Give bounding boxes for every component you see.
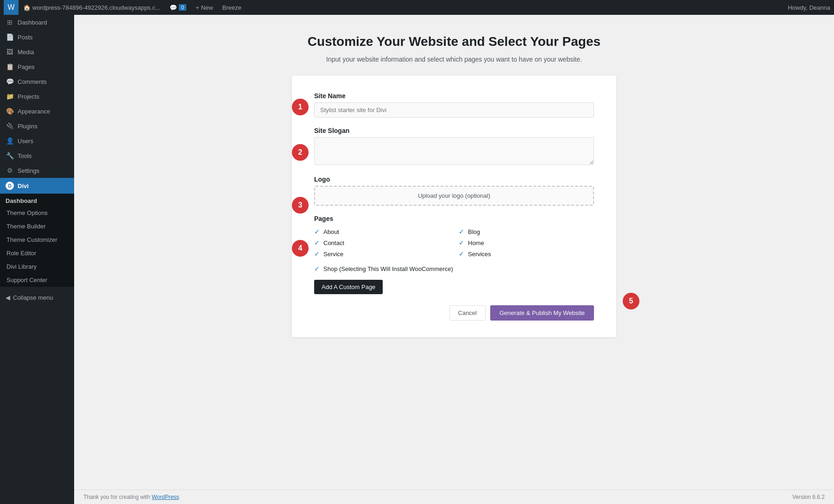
page-subtitle: Input your website information and selec… bbox=[308, 55, 600, 64]
site-name-label: Site Name bbox=[314, 92, 594, 100]
sidebar-item-label: Posts bbox=[18, 34, 33, 41]
check-icon-contact: ✓ bbox=[314, 239, 320, 246]
pages-label: Pages bbox=[314, 215, 594, 222]
collapse-label: Collapse menu bbox=[13, 294, 53, 301]
footer-bar: Thank you for creating with WordPress Ve… bbox=[74, 490, 834, 504]
sidebar-item-label: Plugins bbox=[18, 123, 38, 130]
logo-group: Logo Upload your logo (optional) bbox=[314, 176, 594, 206]
divi-menu-header[interactable]: D Divi bbox=[0, 178, 74, 194]
sidebar-item-label: Users bbox=[18, 138, 33, 145]
page-label-contact: Contact bbox=[323, 239, 344, 246]
users-icon: 👤 bbox=[6, 137, 14, 145]
site-slogan-label: Site Slogan bbox=[314, 127, 594, 134]
sidebar-item-appearance[interactable]: 🎨 Appearance bbox=[0, 104, 74, 119]
check-icon-shop: ✓ bbox=[314, 265, 320, 272]
generate-publish-button[interactable]: Generate & Publish My Website bbox=[490, 305, 594, 321]
divi-submenu: Dashboard Theme Options Theme Builder Th… bbox=[0, 194, 74, 287]
sidebar-item-comments[interactable]: 💬 Comments bbox=[0, 74, 74, 89]
action-buttons: Cancel Generate & Publish My Website bbox=[314, 305, 594, 321]
sidebar-item-media[interactable]: 🖼 Media bbox=[0, 44, 74, 59]
pages-icon: 📋 bbox=[6, 63, 14, 70]
page-label-services: Services bbox=[468, 251, 491, 258]
plugin-label: Breeze bbox=[222, 4, 241, 11]
sidebar: ⊞ Dashboard 📄 Posts 🖼 Media 📋 Pages 💬 Co… bbox=[0, 15, 74, 504]
page-label-about: About bbox=[323, 228, 339, 235]
divi-theme-builder[interactable]: Theme Builder bbox=[0, 220, 74, 233]
sidebar-item-label: Settings bbox=[18, 167, 39, 174]
divi-role-editor[interactable]: Role Editor bbox=[0, 246, 74, 260]
posts-icon: 📄 bbox=[6, 33, 14, 41]
page-label-service: Service bbox=[323, 251, 343, 258]
plugin-link[interactable]: Breeze bbox=[218, 0, 246, 15]
sidebar-item-pages[interactable]: 📋 Pages bbox=[0, 59, 74, 74]
main-content: Customize Your Website and Select Your P… bbox=[74, 15, 834, 504]
sidebar-item-label: Comments bbox=[18, 78, 47, 85]
wordpress-link[interactable]: WordPress bbox=[152, 494, 179, 500]
divi-support-center[interactable]: Support Center bbox=[0, 273, 74, 287]
site-link[interactable]: 🏠 wordpress-784896-4922926.cloudwaysapps… bbox=[19, 0, 165, 15]
pages-group: Pages ✓ About ✓ Blog ✓ Contact bbox=[314, 215, 594, 294]
step-4-indicator: 4 bbox=[292, 240, 309, 257]
wp-logo[interactable]: W bbox=[4, 0, 19, 15]
page-item-shop: ✓ Shop (Selecting This Will Install WooC… bbox=[314, 265, 594, 272]
collapse-icon: ◀ bbox=[6, 294, 10, 301]
page-item-contact: ✓ Contact bbox=[314, 239, 449, 246]
home-icon: 🏠 bbox=[23, 4, 31, 11]
tools-icon: 🔧 bbox=[6, 152, 14, 159]
projects-icon: 📁 bbox=[6, 93, 14, 100]
check-icon-about: ✓ bbox=[314, 228, 320, 235]
step-1-indicator: 1 bbox=[292, 99, 309, 115]
divi-icon: D bbox=[6, 182, 14, 190]
dashboard-icon: ⊞ bbox=[6, 19, 14, 26]
user-greeting: Howdy, Deanna bbox=[788, 4, 830, 11]
divi-library[interactable]: Divi Library bbox=[0, 260, 74, 273]
comments-icon: 💬 bbox=[6, 78, 14, 85]
divi-theme-options[interactable]: Theme Options bbox=[0, 206, 74, 220]
page-label-blog: Blog bbox=[468, 228, 480, 235]
add-custom-page-button[interactable]: Add A Custom Page bbox=[314, 280, 383, 294]
sidebar-item-label: Appearance bbox=[18, 108, 50, 115]
sidebar-item-plugins[interactable]: 🔌 Plugins bbox=[0, 119, 74, 133]
page-item-home: ✓ Home bbox=[459, 239, 594, 246]
sidebar-item-label: Tools bbox=[18, 152, 32, 159]
comments-count: 0 bbox=[179, 4, 186, 11]
sidebar-item-tools[interactable]: 🔧 Tools bbox=[0, 148, 74, 163]
footer-text: Thank you for creating with WordPress bbox=[83, 494, 179, 500]
cancel-button[interactable]: Cancel bbox=[449, 305, 486, 321]
sidebar-item-settings[interactable]: ⚙ Settings bbox=[0, 163, 74, 178]
site-name-group: Site Name bbox=[314, 92, 594, 118]
site-name-input[interactable] bbox=[314, 102, 594, 118]
collapse-menu-button[interactable]: ◀ Collapse menu bbox=[0, 290, 74, 305]
sidebar-item-dashboard[interactable]: ⊞ Dashboard bbox=[0, 15, 74, 30]
divi-theme-customizer[interactable]: Theme Customizer bbox=[0, 233, 74, 246]
new-label: New bbox=[201, 4, 213, 11]
version-text: Version 6.6.2 bbox=[792, 494, 825, 500]
new-menu[interactable]: + New bbox=[191, 0, 218, 15]
plus-icon: + bbox=[196, 4, 199, 11]
media-icon: 🖼 bbox=[6, 48, 14, 56]
page-title: Customize Your Website and Select Your P… bbox=[308, 33, 600, 50]
step-5-indicator: 5 bbox=[623, 293, 639, 309]
step-3-indicator: 3 bbox=[292, 197, 309, 214]
sidebar-item-projects[interactable]: 📁 Projects bbox=[0, 89, 74, 104]
page-item-blog: ✓ Blog bbox=[459, 228, 594, 235]
sidebar-item-posts[interactable]: 📄 Posts bbox=[0, 30, 74, 44]
page-label-shop: Shop (Selecting This Will Install WooCom… bbox=[323, 265, 453, 272]
sidebar-item-label: Projects bbox=[18, 93, 39, 100]
logo-label: Logo bbox=[314, 176, 594, 183]
page-label-home: Home bbox=[468, 239, 484, 246]
check-icon-home: ✓ bbox=[459, 239, 464, 246]
site-slogan-input[interactable] bbox=[314, 137, 594, 165]
divi-label: Divi bbox=[18, 183, 29, 189]
page-item-service: ✓ Service bbox=[314, 250, 449, 258]
page-item-about: ✓ About bbox=[314, 228, 449, 235]
logo-upload-button[interactable]: Upload your logo (optional) bbox=[314, 186, 594, 206]
comments-link[interactable]: 💬 0 bbox=[165, 0, 191, 15]
sidebar-item-users[interactable]: 👤 Users bbox=[0, 133, 74, 148]
appearance-icon: 🎨 bbox=[6, 107, 14, 115]
page-heading: Customize Your Website and Select Your P… bbox=[308, 33, 600, 64]
sidebar-item-label: Media bbox=[18, 49, 34, 56]
site-slogan-group: Site Slogan bbox=[314, 127, 594, 166]
top-bar: W 🏠 wordpress-784896-4922926.cloudwaysap… bbox=[0, 0, 834, 15]
step-2-indicator: 2 bbox=[292, 144, 309, 161]
